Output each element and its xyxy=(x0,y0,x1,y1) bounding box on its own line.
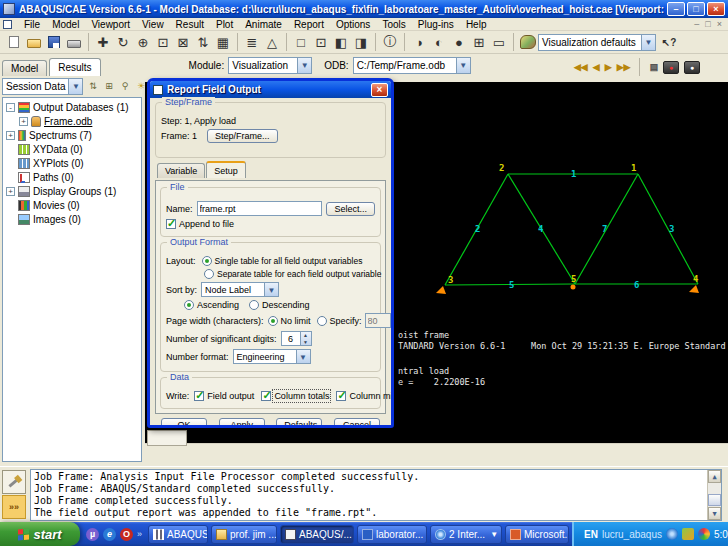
menu-result[interactable]: Result xyxy=(170,19,210,30)
menu-report[interactable]: Report xyxy=(288,19,330,30)
query-button[interactable]: ≣ xyxy=(242,32,262,52)
chevron-down-icon[interactable]: ▼ xyxy=(456,58,470,73)
chevron-down-icon[interactable]: ▼ xyxy=(68,79,82,94)
views-toolbox-button[interactable]: ▦ xyxy=(213,32,233,52)
number-format-combo[interactable]: Engineering ▼ xyxy=(233,349,311,364)
expand-icon[interactable]: + xyxy=(6,187,15,196)
ascending-radio[interactable] xyxy=(184,300,194,310)
mdi-restore-button[interactable]: □ xyxy=(705,19,710,29)
color-code-button[interactable] xyxy=(518,32,538,52)
menu-file[interactable]: File xyxy=(18,19,46,30)
context-help-button[interactable]: ↖? xyxy=(656,32,682,52)
snapshot-button[interactable]: ● xyxy=(684,61,700,74)
dialog-title-bar[interactable]: Report Field Output × xyxy=(150,81,391,98)
save-button[interactable] xyxy=(44,32,64,52)
menu-plot[interactable]: Plot xyxy=(210,19,239,30)
expand-icon[interactable]: + xyxy=(6,131,15,140)
chevron-down-icon[interactable]: ▼ xyxy=(488,530,500,539)
color-defaults-combo[interactable]: Visualization defaults ▼ xyxy=(538,34,656,51)
specify-width-input[interactable] xyxy=(365,313,391,328)
tree-item-frame-odb[interactable]: + Frame.odb xyxy=(3,114,141,128)
menu-plugins[interactable]: Plug-ins xyxy=(412,19,460,30)
next-frame-button[interactable]: ▶ xyxy=(605,62,612,72)
utorrent-icon[interactable]: µ xyxy=(86,528,99,541)
menu-animate[interactable]: Animate xyxy=(239,19,288,30)
tools-button[interactable]: △ xyxy=(262,32,282,52)
previous-frame-button[interactable]: ◀ xyxy=(593,62,600,72)
tree-item-paths[interactable]: Paths (0) xyxy=(3,170,141,184)
tab-setup[interactable]: Setup xyxy=(206,161,246,178)
last-frame-button[interactable]: ▶▶ xyxy=(617,62,631,72)
monitor-button[interactable]: ▭ xyxy=(489,32,509,52)
tab-variable[interactable]: Variable xyxy=(157,163,205,178)
sort-by-combo[interactable]: Node Label ▼ xyxy=(201,282,279,297)
symbol-plot-button[interactable]: ◐ xyxy=(429,32,449,52)
contour-plot-button[interactable]: ◑ xyxy=(409,32,429,52)
descending-radio[interactable] xyxy=(249,300,259,310)
taskbar-task-abaqus-1[interactable]: ABAQUS ... xyxy=(148,525,208,544)
tab-results[interactable]: Results xyxy=(49,58,100,76)
menu-options[interactable]: Options xyxy=(330,19,376,30)
tray-messenger-icon[interactable] xyxy=(666,528,678,540)
print-button[interactable] xyxy=(64,32,84,52)
chevron-down-icon[interactable]: ▼ xyxy=(296,350,310,363)
digits-input[interactable] xyxy=(281,331,301,346)
file-name-input[interactable] xyxy=(197,201,323,216)
apply-button[interactable]: Apply xyxy=(219,418,265,428)
tree-item-images[interactable]: Images (0) xyxy=(3,212,141,226)
internet-explorer-icon[interactable]: e xyxy=(103,528,116,541)
chevron-down-icon[interactable]: ▼ xyxy=(641,35,655,50)
taskbar-task-internet[interactable]: 2 Inter... ▼ xyxy=(430,525,502,544)
taskbar-task-folder[interactable]: prof. jim ... xyxy=(211,525,277,544)
dialog-close-button[interactable]: × xyxy=(371,83,388,97)
sort-tree-icon[interactable]: ⇅ xyxy=(86,80,99,93)
tree-item-output-databases[interactable]: - Output Databases (1) xyxy=(3,100,141,114)
taskbar-task-word[interactable]: laborator... xyxy=(357,525,427,544)
cycle-views-button[interactable]: ⇅ xyxy=(193,32,213,52)
specify-radio[interactable] xyxy=(317,316,327,326)
mdi-minimize-button[interactable]: – xyxy=(694,19,699,29)
scrollbar[interactable]: ▲ ▼ xyxy=(707,470,721,520)
scroll-thumb[interactable] xyxy=(708,494,721,506)
restore-button[interactable]: □ xyxy=(687,2,705,16)
filled-render-button[interactable]: ◨ xyxy=(351,32,371,52)
chevron-down-icon[interactable]: ▼ xyxy=(264,283,278,296)
tree-item-movies[interactable]: Movies (0) xyxy=(3,198,141,212)
viewport-layout-button[interactable]: ⊞ xyxy=(469,32,489,52)
collapse-icon[interactable]: - xyxy=(6,103,15,112)
digits-spinner[interactable]: ▲▼ xyxy=(281,331,312,346)
start-button[interactable]: start xyxy=(0,522,80,546)
tree-item-xyplots[interactable]: XYPlots (0) xyxy=(3,156,141,170)
select-file-button[interactable]: Select... xyxy=(326,202,375,216)
box-zoom-button[interactable]: ⊡ xyxy=(153,32,173,52)
wireframe-render-button[interactable]: □ xyxy=(291,32,311,52)
ok-button[interactable]: OK xyxy=(161,418,207,428)
tab-model[interactable]: Model xyxy=(2,60,47,76)
magnify-button[interactable]: ⊕ xyxy=(133,32,153,52)
auto-fit-button[interactable]: ⊠ xyxy=(173,32,193,52)
message-area-button[interactable] xyxy=(2,470,26,494)
hidden-render-button[interactable]: ⊡ xyxy=(311,32,331,52)
mdi-close-button[interactable]: × xyxy=(717,19,722,29)
create-icon[interactable]: ⊞ xyxy=(102,80,115,93)
opera-icon[interactable]: O xyxy=(120,528,133,541)
tree-item-display-groups[interactable]: + Display Groups (1) xyxy=(3,184,141,198)
tree-item-spectrums[interactable]: + Spectrums (7) xyxy=(3,128,141,142)
taskbar-task-abaqus-2[interactable]: ABAQUS/... xyxy=(280,525,354,544)
message-log[interactable]: Job Frame: Analysis Input File Processor… xyxy=(30,469,722,521)
minimize-button[interactable]: – xyxy=(667,2,685,16)
menu-help[interactable]: Help xyxy=(460,19,493,30)
rotate-button[interactable]: ↻ xyxy=(113,32,133,52)
separate-table-radio[interactable] xyxy=(204,269,214,279)
command-line-button[interactable]: »» xyxy=(2,495,26,519)
language-indicator[interactable]: EN xyxy=(584,529,598,540)
shaded-render-button[interactable]: ◧ xyxy=(331,32,351,52)
odb-combo[interactable]: C:/Temp/Frame.odb ▼ xyxy=(353,57,471,74)
new-file-button[interactable] xyxy=(4,32,24,52)
scroll-up-icon[interactable]: ▲ xyxy=(708,470,721,483)
session-data-combo[interactable]: Session Data ▼ xyxy=(2,78,83,95)
menu-tools[interactable]: Tools xyxy=(376,19,411,30)
pan-button[interactable]: ✚ xyxy=(93,32,113,52)
single-table-radio[interactable] xyxy=(202,256,212,266)
record-animation-button[interactable]: ● xyxy=(663,61,679,74)
